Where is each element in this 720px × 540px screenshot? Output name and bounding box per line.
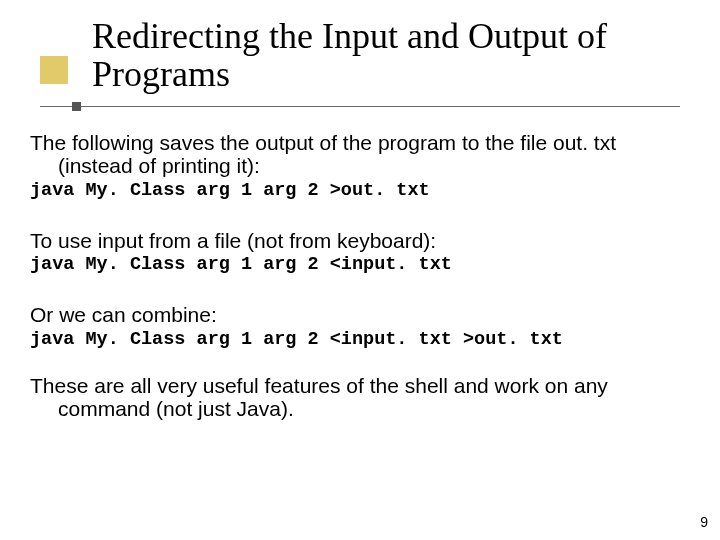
divider-dot [72,102,81,111]
code-line-1: java My. Class arg 1 arg 2 >out. txt [30,180,690,201]
paragraph-1: The following saves the output of the pr… [30,131,690,178]
divider-line [40,106,680,107]
code-line-3: java My. Class arg 1 arg 2 <input. txt >… [30,329,690,350]
body: The following saves the output of the pr… [0,109,720,421]
slide: Redirecting the Input and Output of Prog… [0,0,720,540]
paragraph-3: Or we can combine: [30,303,690,327]
page-number: 9 [700,514,708,530]
paragraph-4: These are all very useful features of th… [30,374,690,421]
code-line-2: java My. Class arg 1 arg 2 <input. txt [30,254,690,275]
accent-square [40,56,68,84]
paragraph-2: To use input from a file (not from keybo… [30,229,690,253]
slide-title: Redirecting the Input and Output of Prog… [92,18,680,94]
title-divider [40,104,680,109]
title-block: Redirecting the Input and Output of Prog… [0,0,720,94]
